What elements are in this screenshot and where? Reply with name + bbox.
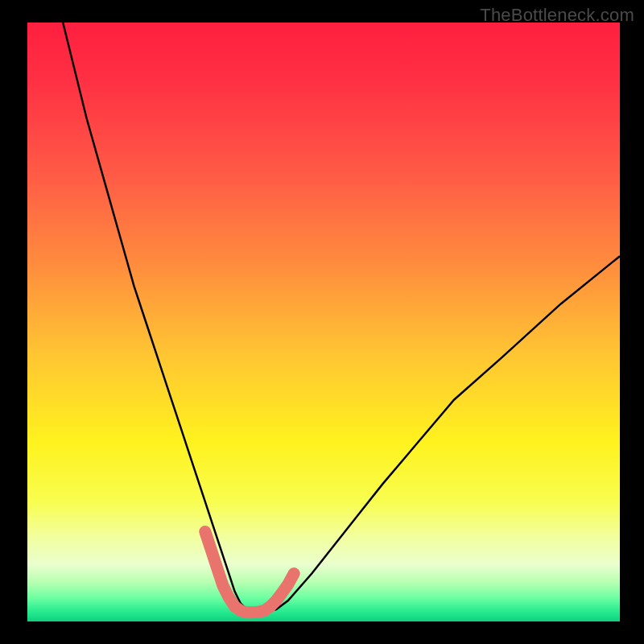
bottleneck-plot	[0, 0, 644, 644]
plot-background	[27, 23, 620, 621]
chart-stage: TheBottleneck.com	[0, 0, 644, 644]
watermark-text: TheBottleneck.com	[480, 5, 634, 26]
